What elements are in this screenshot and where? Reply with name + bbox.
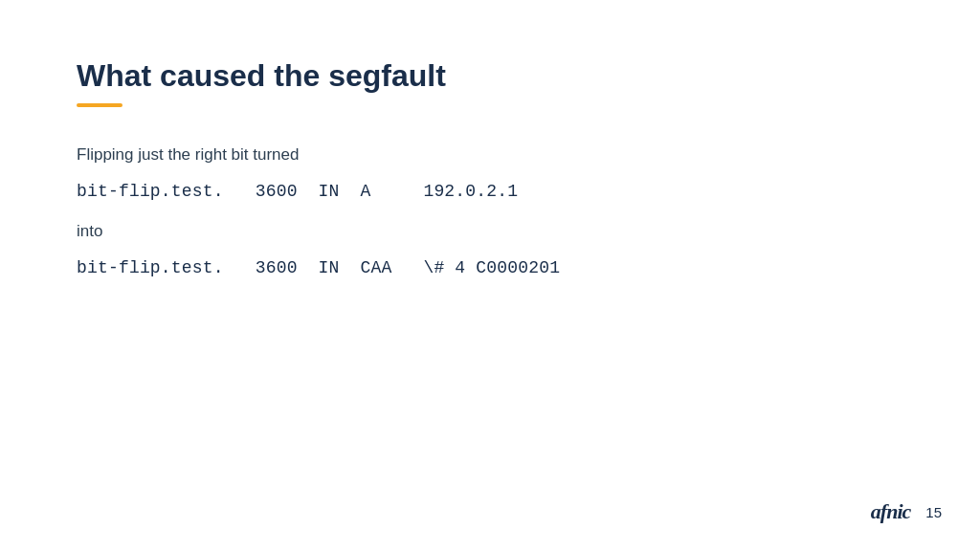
code-block-before: bit-flip.test. 3600 IN A 192.0.2.1 bbox=[77, 182, 903, 201]
page-number: 15 bbox=[925, 504, 942, 520]
slide: What caused the segfault Flipping just t… bbox=[0, 0, 980, 551]
afnic-logo: afnic bbox=[871, 499, 910, 524]
into-text: into bbox=[77, 222, 903, 241]
title-section: What caused the segfault bbox=[77, 57, 903, 107]
intro-text: Flipping just the right bit turned bbox=[77, 145, 903, 165]
title-underline-decoration bbox=[77, 103, 122, 107]
code-block-after: bit-flip.test. 3600 IN CAA \# 4 C0000201 bbox=[77, 258, 903, 277]
slide-footer: afnic 15 bbox=[871, 499, 942, 524]
logo-text: afnic bbox=[871, 499, 910, 523]
slide-title: What caused the segfault bbox=[77, 57, 903, 94]
slide-content: Flipping just the right bit turned bit-f… bbox=[77, 145, 903, 277]
